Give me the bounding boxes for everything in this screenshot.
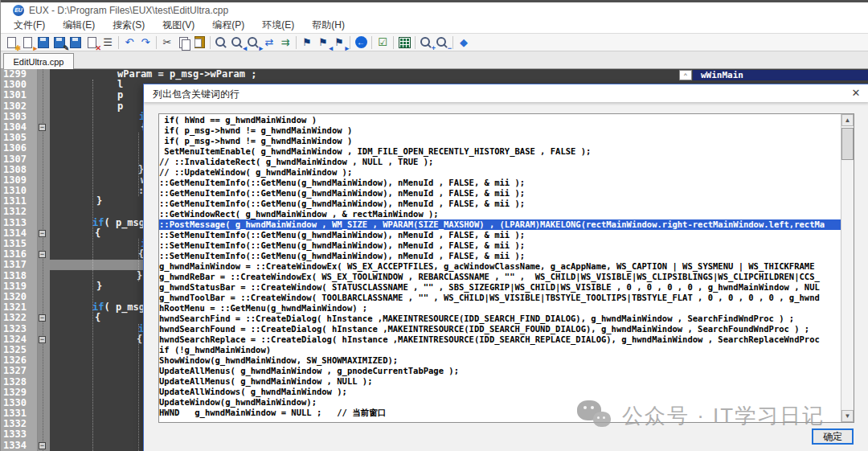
code-line-fragment: }: [137, 271, 142, 281]
fold-toggle-icon[interactable]: −: [39, 124, 46, 131]
result-row[interactable]: g_hwndMainWindow = ::CreateWindowEx( WS_…: [159, 261, 841, 272]
line-list-icon[interactable]: ☑: [375, 35, 391, 51]
toolbar-separator: [350, 36, 350, 49]
next-bookmark-icon[interactable]: ⚑▸: [331, 35, 347, 51]
result-row[interactable]: hwndSearchFind = ::CreateDialog( hInstan…: [159, 314, 841, 324]
scroll-down-button[interactable]: ▼: [841, 410, 854, 422]
result-rows: if( hWnd == g_hwndMainWindow ) if( p_msg…: [159, 115, 841, 421]
result-row[interactable]: if( p_msg->hwnd != g_hwndMainWindow ): [159, 125, 841, 136]
result-row[interactable]: ::SetMenuItemInfo(::GetMenu(g_hwndMainWi…: [159, 251, 841, 261]
tab-bar: EditUltra.cpp: [0, 51, 868, 69]
new-file-icon[interactable]: ✱: [3, 35, 19, 51]
cut-icon[interactable]: ✂: [159, 35, 175, 51]
toolbar-separator: [296, 36, 297, 49]
find-next-icon[interactable]: ▸: [245, 35, 261, 51]
scroll-up-button[interactable]: ▲: [841, 114, 854, 126]
fold-toggle-icon[interactable]: −: [39, 230, 46, 237]
save-all-icon[interactable]: ▫: [68, 35, 84, 51]
menu-item-3[interactable]: 视图(V): [154, 17, 203, 34]
copy-icon[interactable]: [175, 35, 191, 51]
result-row[interactable]: hwndSearchReplace = ::CreateDialog( hIns…: [159, 334, 841, 345]
menu-item-1[interactable]: 编辑(E): [54, 17, 104, 34]
dialog-title-bar: 列出包含关键词的行 ✕: [144, 84, 868, 102]
toolbar-separator: [452, 36, 453, 49]
replace-icon[interactable]: ⇄: [261, 35, 277, 51]
line-number: 1306: [3, 143, 27, 154]
chevron-up-icon[interactable]: ^: [679, 70, 692, 80]
result-row[interactable]: hwndSearchFound = ::CreateDialog( hInsta…: [159, 324, 841, 334]
indent-guide: [92, 80, 93, 451]
result-row[interactable]: g_hwndStatusBar = ::CreateWindow( STATUS…: [159, 282, 841, 293]
zoom-in-icon[interactable]: +: [418, 35, 434, 51]
go-back-icon[interactable]: ←: [353, 35, 369, 51]
save-as-icon[interactable]: ✎: [51, 35, 68, 51]
result-row[interactable]: ShowWindow(g_hwndMainWindow, SW_SHOWMAXI…: [159, 355, 841, 366]
result-row[interactable]: ::GetWindowRect( g_hwndMainWindow , & re…: [159, 209, 841, 219]
prev-bookmark-icon[interactable]: ⚑◂: [315, 35, 331, 51]
result-row[interactable]: SetMenuItemEnable( g_hwndMainWindow , ID…: [159, 146, 841, 157]
menu-item-5[interactable]: 环境(E): [253, 17, 303, 34]
code-line-fragment: {: [95, 313, 100, 323]
vertical-scrollbar[interactable]: ▲ ▼: [841, 114, 854, 422]
open-file-icon[interactable]: ▸: [19, 35, 35, 51]
line-number: 1312: [3, 207, 27, 217]
close-icon[interactable]: ✕: [850, 87, 862, 100]
code-line-fragment: {: [95, 228, 100, 239]
menu-item-0[interactable]: 文件(F): [5, 17, 54, 34]
line-number: 1334: [3, 441, 27, 451]
dialog-title: 列出包含关键词的行: [153, 88, 240, 101]
result-row[interactable]: ::GetMenuItemInfo(::GetMenu(g_hwndMainWi…: [159, 199, 841, 209]
result-row-selected[interactable]: ::PostMessage( g_hwndMainWindow , WM_SIZ…: [159, 219, 841, 230]
export-table-icon[interactable]: [396, 35, 412, 51]
fold-toggle-icon[interactable]: −: [39, 442, 46, 449]
result-row[interactable]: ::GetMenuItemInfo(::GetMenu(g_hwndMainWi…: [159, 188, 841, 199]
bookmark-icon[interactable]: ⚑: [299, 35, 315, 51]
close-file-icon[interactable]: ✕: [84, 35, 100, 51]
code-line-fragment: p: [117, 90, 123, 100]
undo-icon[interactable]: ↶: [121, 35, 137, 51]
result-row[interactable]: // ::UpdateWindow( g_hwndMainWindow );: [159, 167, 841, 178]
line-number: 1301: [3, 90, 27, 100]
code-line-fragment: p: [117, 101, 123, 112]
result-row[interactable]: ::SetMenuItemInfo(::GetMenu(g_hwndMainWi…: [159, 240, 841, 251]
file-list-icon[interactable]: ☰: [100, 35, 116, 51]
result-row[interactable]: ::GetMenuItemInfo(::GetMenu(g_hwndMainWi…: [159, 178, 841, 188]
fold-toggle-icon[interactable]: −: [39, 336, 46, 343]
menu-item-2[interactable]: 搜索(S): [104, 17, 154, 34]
window-left-edge: [0, 0, 1, 451]
result-row[interactable]: ::SetMenuItemInfo(::GetMenu(g_hwndMainWi…: [159, 230, 841, 240]
line-number: 1322: [3, 313, 27, 323]
result-row[interactable]: UpdateAllMenus( g_hwndMainWindow , g_pno…: [159, 366, 841, 376]
result-row[interactable]: // ::InvalidateRect( g_hwndMainWindow , …: [159, 157, 841, 167]
menu-item-6[interactable]: 帮助(H): [303, 17, 354, 34]
scrollbar-thumb[interactable]: [841, 128, 854, 160]
menu-bar: 文件(F)编辑(E)搜索(S)视图(V)编程(P)环境(E)帮助(H): [0, 18, 868, 34]
result-row[interactable]: g_hwndReBar = ::CreateWindowEx( WS_EX_TO…: [159, 272, 841, 282]
result-row[interactable]: if( p_msg->hwnd != g_hwndMainWindow ): [159, 136, 841, 146]
result-row[interactable]: if( hWnd == g_hwndMainWindow ): [159, 115, 841, 125]
toolbar-separator: [210, 36, 211, 49]
toolbar: ✱▸✎▫✕☰↶↷✂◂▸⇄⇉⚑⚑◂⚑▸←☑+−◆: [0, 34, 868, 51]
toolbar-separator: [393, 36, 394, 49]
result-row[interactable]: hRootMenu = ::GetMenu(g_hwndMainWindow) …: [159, 303, 841, 314]
find-icon[interactable]: [213, 35, 229, 51]
menu-item-4[interactable]: 编程(P): [203, 17, 253, 34]
result-row[interactable]: UpdateAllMenus( g_hwndMainWindow , NULL …: [159, 376, 841, 387]
app-icon: EU: [13, 5, 24, 16]
tab-editultra-cpp[interactable]: EditUltra.cpp: [3, 53, 74, 69]
find-prev-icon[interactable]: ◂: [229, 35, 245, 51]
replace-in-files-icon[interactable]: ⇉: [277, 35, 293, 51]
paste-icon[interactable]: [191, 35, 207, 51]
fold-toggle-icon[interactable]: −: [39, 251, 46, 258]
app-window: EU EUX - D:\Program Files\EUX\test\EditU…: [0, 0, 868, 451]
result-row[interactable]: g_hwndToolBar = ::CreateWindow( TOOLBARC…: [159, 293, 841, 303]
redo-icon[interactable]: ↷: [137, 35, 154, 51]
fold-toggle-icon[interactable]: −: [39, 314, 46, 322]
zoom-out-icon[interactable]: −: [434, 35, 450, 51]
watermark-text: 公众号 · IT学习日记: [622, 402, 825, 430]
result-row[interactable]: if (!g_hwndMainWindow): [159, 345, 841, 355]
save-icon[interactable]: [35, 35, 51, 51]
about-icon[interactable]: ◆: [456, 35, 472, 51]
code-line-fragment: {: [137, 334, 142, 345]
function-dropdown-value: wWinMain: [693, 70, 868, 80]
